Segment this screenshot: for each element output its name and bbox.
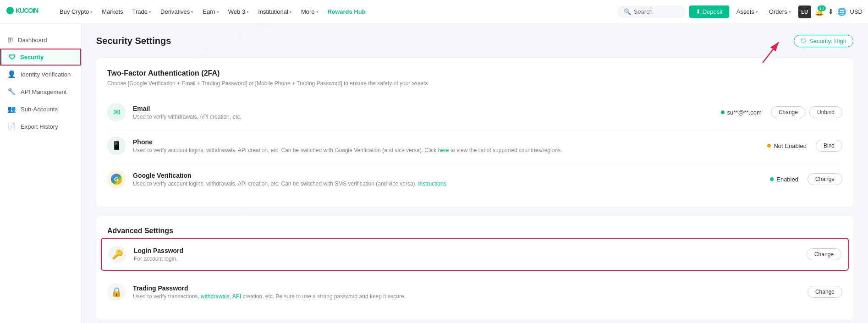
phone-desc: Used to verify account logins, withdrawa…	[133, 147, 767, 153]
deposit-button[interactable]: ⬇ Deposit	[689, 5, 729, 18]
login-password-row: 🔑 Login Password For account login. Chan…	[101, 238, 849, 271]
email-actions: Change Unbind	[771, 106, 842, 118]
google-content: Google Verification Used to verify accou…	[133, 172, 770, 187]
svg-text:KUCOIN: KUCOIN	[16, 7, 38, 14]
deposit-icon: ⬇	[696, 8, 701, 15]
google-status: Enabled	[770, 176, 798, 183]
google-verification-icon: G	[107, 170, 126, 188]
instructions-link[interactable]: Instructions	[418, 181, 446, 187]
avatar[interactable]: LU	[798, 5, 811, 18]
email-row: ✉ Email Used to verify withdrawals, API …	[107, 96, 842, 129]
person-icon: 👤	[7, 70, 16, 78]
trading-password-content: Trading Password Used to verify transact…	[133, 285, 808, 300]
assets-button[interactable]: Assets ▾	[733, 6, 762, 17]
search-input[interactable]	[634, 8, 680, 15]
login-password-actions: Change	[807, 248, 841, 260]
chevron-down-icon: ▾	[247, 10, 249, 14]
group-icon: 👥	[7, 105, 16, 113]
trading-lock-icon: 🔒	[107, 283, 126, 301]
nav-markets[interactable]: Markets	[98, 5, 126, 18]
phone-content: Phone Used to verify account logins, wit…	[133, 138, 767, 153]
nav-rewards-hub[interactable]: Rewards Hub	[324, 5, 369, 18]
trading-password-name: Trading Password	[133, 285, 808, 292]
orders-button[interactable]: Orders ▾	[765, 6, 795, 17]
status-dot-orange	[767, 144, 771, 148]
nav-trade[interactable]: Trade ▾	[129, 5, 155, 18]
nav-web3[interactable]: Web 3 ▾	[225, 5, 253, 18]
twofa-title: Two-Factor Authentication (2FA)	[107, 69, 842, 77]
logo-text: KUCOIN	[5, 4, 47, 20]
email-icon: ✉	[107, 103, 126, 121]
google-name: Google Verification	[133, 172, 770, 179]
advanced-title: Advanced Settings	[107, 227, 842, 235]
nav-items: Buy Crypto ▾ Markets Trade ▾ Derivatives…	[56, 5, 614, 18]
email-status: su**@**.com	[721, 109, 762, 116]
currency-selector[interactable]: USD	[850, 8, 863, 15]
phone-row: 📱 Phone Used to verify account logins, w…	[107, 129, 842, 163]
login-password-name: Login Password	[134, 247, 807, 254]
phone-status: Not Enabled	[767, 142, 807, 149]
dashboard-icon: ⊞	[7, 36, 13, 44]
google-desc: Used to verify account logins, withdrawa…	[133, 181, 770, 187]
page-layout: ⊞ Dashboard 🛡 Security 👤 Identity Verifi…	[0, 24, 868, 323]
trading-password-row: 🔒 Trading Password Used to verify transa…	[107, 275, 842, 308]
trading-password-desc: Used to verify transactions, withdrawals…	[133, 293, 808, 300]
trading-password-change-button[interactable]: Change	[808, 286, 842, 298]
nav-derivatives[interactable]: Derivatives ▾	[157, 5, 197, 18]
email-desc: Used to verify withdrawals, API creation…	[133, 114, 721, 120]
search-icon: 🔍	[624, 8, 631, 15]
download-button[interactable]: ⬇	[828, 7, 834, 16]
phone-name: Phone	[133, 138, 767, 146]
language-button[interactable]: 🌐	[837, 7, 846, 16]
login-password-content: Login Password For account login.	[134, 247, 807, 262]
twofa-desc: Choose [Google Verification + Email + Tr…	[107, 80, 842, 87]
nav-buy-crypto[interactable]: Buy Crypto ▾	[56, 5, 96, 18]
google-row: G Google Verification Used to verify acc…	[107, 163, 842, 196]
sidebar-item-security[interactable]: 🛡 Security	[0, 49, 81, 66]
phone-bind-button[interactable]: Bind	[816, 140, 842, 152]
page-header: Security Settings 🛡 Security: High	[96, 35, 853, 47]
twofa-section: Two-Factor Authentication (2FA) Choose […	[96, 58, 853, 207]
nav-earn[interactable]: Earn ▾	[199, 5, 222, 18]
login-password-change-button[interactable]: Change	[807, 248, 841, 260]
notification-badge: 10	[818, 5, 826, 11]
sidebar-item-identity-verification[interactable]: 👤 Identity Verification	[0, 66, 81, 83]
chevron-down-icon: ▾	[789, 10, 791, 14]
status-dot-green2	[770, 177, 774, 181]
search-box[interactable]: 🔍	[618, 6, 686, 17]
nav-right: ⬇ Deposit Assets ▾ Orders ▾ LU 🔔 10 ⬇ 🌐 …	[689, 5, 863, 18]
logo[interactable]: KUCOIN	[5, 4, 47, 20]
sidebar-item-sub-accounts[interactable]: 👥 Sub-Accounts	[0, 100, 81, 118]
google-g-logo: G	[111, 174, 122, 185]
chevron-down-icon: ▾	[756, 10, 758, 14]
chevron-down-icon: ▾	[149, 10, 151, 14]
nav-institutional[interactable]: Institutional ▾	[254, 5, 296, 18]
withdrawals-link[interactable]: withdrawals	[201, 293, 230, 300]
page-content: Security Settings 🛡 Security: High Two-F…	[96, 35, 853, 319]
shield-icon: 🛡	[9, 53, 16, 61]
phone-actions: Bind	[816, 140, 842, 152]
chevron-down-icon: ▾	[191, 10, 193, 14]
security-badge: 🛡 Security: High	[794, 35, 853, 47]
chevron-down-icon: ▾	[316, 10, 319, 14]
main-content: LU Trachomatis LU Trachomatis LU Trachom…	[82, 24, 868, 323]
trading-password-actions: Change	[808, 286, 842, 298]
page-title: Security Settings	[96, 36, 171, 46]
email-change-button[interactable]: Change	[771, 106, 806, 118]
email-name: Email	[133, 105, 721, 112]
nav-more[interactable]: More ▾	[297, 5, 322, 18]
notifications-button[interactable]: 🔔 10	[815, 7, 824, 16]
login-password-desc: For account login.	[134, 256, 807, 262]
sidebar-item-export-history[interactable]: 📄 Export History	[0, 118, 81, 135]
chevron-down-icon: ▾	[217, 10, 219, 14]
sidebar-item-dashboard[interactable]: ⊞ Dashboard	[0, 31, 81, 49]
shield-badge-icon: 🛡	[801, 38, 807, 44]
sidebar-item-api-management[interactable]: 🔧 API Management	[0, 83, 81, 100]
here-link[interactable]: here	[438, 147, 449, 153]
chevron-down-icon: ▾	[290, 10, 292, 14]
top-navigation: KUCOIN Buy Crypto ▾ Markets Trade ▾ Deri…	[0, 0, 868, 24]
google-change-button[interactable]: Change	[808, 173, 842, 185]
chevron-down-icon: ▾	[90, 10, 93, 14]
api-link[interactable]: API	[232, 293, 241, 300]
email-unbind-button[interactable]: Unbind	[809, 106, 842, 118]
